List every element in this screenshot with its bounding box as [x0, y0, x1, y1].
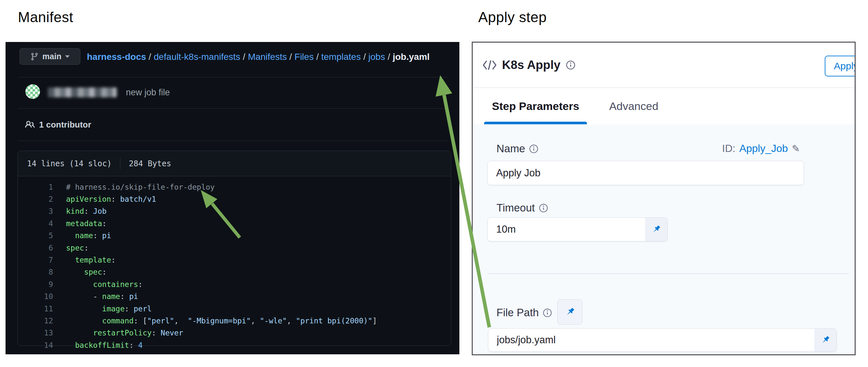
- breadcrumb-item-default-k8s-manifests[interactable]: default-k8s-manifests: [154, 52, 240, 62]
- line-number[interactable]: 11: [18, 305, 53, 313]
- info-icon[interactable]: [539, 203, 548, 213]
- divider: [120, 158, 120, 170]
- name-label: Name: [496, 143, 525, 155]
- branch-selector-button[interactable]: main: [20, 48, 80, 65]
- id-label: ID:: [722, 143, 736, 155]
- pin-toggle-button[interactable]: [557, 299, 582, 325]
- apply-button[interactable]: Apply: [825, 56, 856, 77]
- line-content: apiVersion: batch/v1: [53, 195, 156, 203]
- latest-commit-row: new job file: [18, 78, 447, 109]
- line-content: # harness.io/skip-file-for-deploy: [53, 183, 215, 191]
- code-line: 1# harness.io/skip-file-for-deploy: [18, 181, 451, 193]
- step-title: K8s Apply: [502, 58, 561, 72]
- contributors-row: 1 contributor: [18, 109, 447, 141]
- info-icon[interactable]: [566, 60, 576, 70]
- breadcrumb-separator: /: [385, 52, 393, 62]
- people-icon: [25, 120, 35, 129]
- breadcrumb-separator: /: [241, 52, 248, 62]
- code-line: 11 image: perl: [18, 303, 451, 315]
- filepath-input-shell: [488, 328, 837, 352]
- file-stats-bar: 14 lines (14 sloc) 284 Bytes: [18, 151, 451, 176]
- contributor-count-link[interactable]: 1 contributor: [39, 120, 91, 130]
- code-line: 7 template:: [18, 254, 451, 266]
- line-count: 14 lines (14 sloc): [27, 159, 112, 168]
- line-content: backoffLimit: 4: [53, 341, 143, 349]
- commit-message-link[interactable]: new job file: [126, 88, 170, 98]
- chevron-down-icon: [65, 55, 70, 58]
- screenshot-stage: Manifest Apply step main harness-docs / …: [0, 0, 868, 367]
- line-number[interactable]: 3: [18, 207, 53, 215]
- line-number[interactable]: 10: [18, 292, 53, 301]
- step-header: K8s Apply Apply: [473, 42, 855, 88]
- line-number[interactable]: 7: [18, 256, 53, 264]
- breadcrumb-separator: /: [314, 52, 321, 62]
- breadcrumb: harness-docs / default-k8s-manifests / M…: [87, 52, 430, 62]
- line-content: metadata:: [53, 219, 107, 228]
- pin-toggle[interactable]: [645, 218, 667, 241]
- line-number[interactable]: 6: [18, 244, 53, 252]
- line-content: restartPolicy: Never: [53, 329, 183, 337]
- apply-step-title: Apply step: [478, 9, 547, 25]
- tab-advanced[interactable]: Advanced: [601, 88, 666, 124]
- timeout-label: Timeout: [496, 202, 535, 214]
- breadcrumb-item-templates[interactable]: templates: [321, 52, 361, 62]
- line-number[interactable]: 13: [18, 329, 53, 337]
- line-content: spec:: [53, 268, 107, 276]
- code-line: 10 - name: pi: [18, 290, 451, 303]
- manifest-title: Manifest: [18, 9, 73, 25]
- branch-name: main: [42, 52, 61, 61]
- code-line: 5 name: pi: [18, 230, 451, 242]
- breadcrumb-separator: /: [287, 52, 294, 62]
- line-number[interactable]: 12: [18, 316, 53, 325]
- timeout-input[interactable]: [488, 218, 645, 241]
- line-content: kind: Job: [53, 207, 107, 215]
- name-input-shell: [487, 161, 804, 185]
- code-line: 8 spec:: [18, 266, 451, 278]
- breadcrumb-item-job.yaml: job.yaml: [393, 52, 430, 62]
- line-content: name: pi: [53, 231, 111, 240]
- redacted-username: [48, 88, 117, 97]
- line-number[interactable]: 8: [18, 268, 53, 276]
- breadcrumb-item-Files[interactable]: Files: [294, 52, 314, 62]
- pin-toggle[interactable]: [814, 329, 836, 351]
- edit-pencil-icon[interactable]: ✎: [792, 143, 800, 154]
- filepath-label-row: File Path: [496, 306, 552, 319]
- line-content: command: ["perl", "-Mbignum=bpi", "-wle"…: [53, 316, 377, 325]
- step-parameters-content: Name ID: Apply_Job ✎ Timeout: [473, 124, 855, 354]
- breadcrumb-item-jobs[interactable]: jobs: [368, 52, 385, 62]
- section-divider: [488, 273, 849, 274]
- breadcrumb-item-harness-docs[interactable]: harness-docs: [87, 52, 146, 62]
- code-body: 1# harness.io/skip-file-for-deploy2apiVe…: [18, 176, 451, 351]
- commit-box: new job file 1 contributor: [18, 77, 447, 141]
- line-number[interactable]: 2: [18, 195, 53, 203]
- breadcrumb-separator: /: [361, 52, 368, 62]
- filepath-input[interactable]: [488, 329, 814, 351]
- line-number[interactable]: 1: [18, 183, 53, 191]
- code-step-icon: [483, 60, 497, 70]
- file-blob-box: 14 lines (14 sloc) 284 Bytes 1# harness.…: [18, 151, 451, 346]
- code-line: 6spec:: [18, 242, 451, 254]
- id-value-link[interactable]: Apply_Job: [739, 143, 788, 155]
- info-icon[interactable]: [542, 308, 552, 317]
- line-number[interactable]: 9: [18, 280, 53, 288]
- line-number[interactable]: 5: [18, 231, 53, 240]
- line-content: - name: pi: [53, 292, 138, 301]
- line-number[interactable]: 14: [18, 341, 53, 349]
- line-content: spec:: [53, 244, 89, 252]
- line-number[interactable]: 4: [18, 219, 53, 228]
- name-input[interactable]: [488, 161, 804, 185]
- file-size: 284 Bytes: [129, 159, 171, 168]
- tab-step-parameters[interactable]: Step Parameters: [484, 88, 587, 124]
- line-content: containers:: [53, 280, 143, 288]
- breadcrumb-item-Manifests[interactable]: Manifests: [248, 52, 287, 62]
- k8s-apply-step-panel: K8s Apply Apply Step ParametersAdvanced …: [472, 42, 856, 355]
- filepath-label: File Path: [496, 306, 539, 319]
- timeout-label-row: Timeout: [496, 202, 548, 214]
- code-line: 13 restartPolicy: Never: [18, 327, 451, 339]
- code-line: 12 command: ["perl", "-Mbignum=bpi", "-w…: [18, 315, 451, 327]
- timeout-input-shell: [487, 217, 668, 241]
- info-icon[interactable]: [529, 144, 538, 154]
- code-line: 9 containers:: [18, 278, 451, 290]
- code-line: 4metadata:: [18, 217, 451, 230]
- line-content: image: perl: [53, 305, 152, 313]
